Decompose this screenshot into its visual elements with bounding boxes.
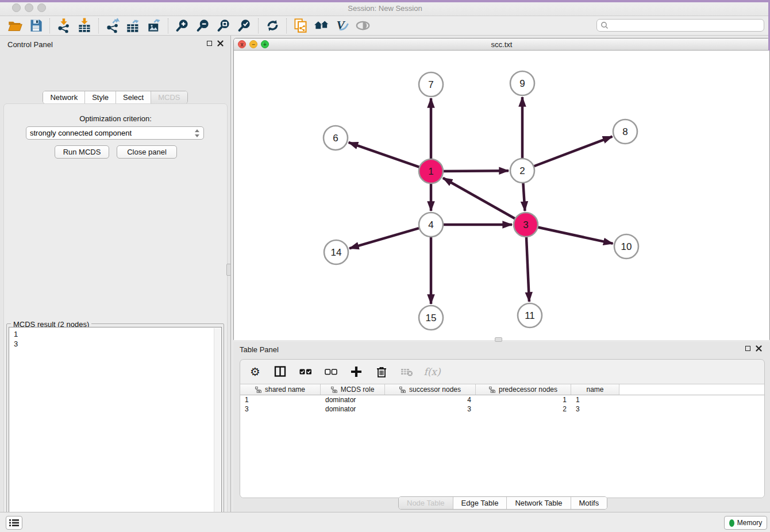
- mcds-result-textarea[interactable]: 13: [9, 327, 222, 532]
- show-column-icon[interactable]: [274, 365, 287, 379]
- first-neighbors-icon[interactable]: [311, 17, 332, 34]
- mcds-result-lines: 13: [9, 327, 221, 349]
- zoom-fit-icon[interactable]: [213, 17, 234, 34]
- table-row[interactable]: 3dominator323: [240, 404, 764, 414]
- status-bar: Memory: [0, 512, 770, 532]
- tab-select[interactable]: Select: [116, 91, 151, 103]
- network-window-titlebar[interactable]: x – + scc.txt: [234, 38, 769, 51]
- unselect-all-columns-icon[interactable]: [324, 365, 338, 379]
- table-tab-network-table[interactable]: Network Table: [507, 497, 571, 509]
- column-header-successor-nodes[interactable]: successor nodes: [385, 384, 476, 395]
- vertical-splitter-handle[interactable]: [226, 264, 231, 276]
- float-panel-icon[interactable]: [207, 41, 212, 46]
- function-builder-icon[interactable]: f(x): [425, 365, 439, 379]
- close-panel-button[interactable]: Close panel: [117, 145, 177, 159]
- table-tab-motifs[interactable]: Motifs: [571, 497, 607, 509]
- toolbar-separator: [98, 18, 99, 33]
- add-column-icon[interactable]: [349, 365, 363, 379]
- apply-style-icon[interactable]: V: [332, 17, 352, 34]
- graph-node-7[interactable]: 7: [419, 72, 443, 97]
- import-table-icon[interactable]: [74, 17, 95, 34]
- svg-text:8: 8: [622, 126, 627, 137]
- delete-column-icon[interactable]: [375, 365, 388, 379]
- tab-mcds[interactable]: MCDS: [151, 91, 187, 103]
- export-network-icon[interactable]: [102, 17, 123, 34]
- graph-node-2[interactable]: 2: [510, 159, 534, 183]
- graph-node-3[interactable]: 3: [514, 213, 538, 237]
- table-row[interactable]: 1dominator411: [240, 395, 764, 404]
- close-panel-icon[interactable]: [217, 40, 224, 47]
- column-edit-icon: [331, 387, 337, 393]
- open-session-icon[interactable]: [5, 17, 25, 34]
- table-tab-edge-table[interactable]: Edge Table: [453, 497, 507, 509]
- save-session-icon[interactable]: [25, 17, 46, 34]
- column-header-name[interactable]: name: [571, 384, 619, 395]
- criterion-dropdown[interactable]: strongly connected component: [26, 126, 204, 140]
- column-header-predecessor-nodes[interactable]: predecessor nodes: [476, 384, 571, 395]
- graph-node-10[interactable]: 10: [614, 234, 638, 259]
- mcds-result-node: 1: [14, 329, 221, 339]
- table-cell[interactable]: 1: [476, 395, 571, 404]
- column-header-MCDS-role[interactable]: MCDS role: [321, 384, 385, 395]
- column-edit-icon: [255, 387, 261, 393]
- task-history-button[interactable]: [6, 516, 22, 530]
- svg-text:9: 9: [519, 78, 525, 89]
- table-float-panel-icon[interactable]: [745, 346, 750, 351]
- svg-text:4: 4: [428, 219, 433, 230]
- graph-node-9[interactable]: 9: [510, 71, 534, 95]
- table-cell[interactable]: 2: [476, 404, 571, 414]
- graph-node-4[interactable]: 4: [419, 213, 443, 237]
- tab-network[interactable]: Network: [43, 91, 85, 103]
- table-cell[interactable]: 3: [385, 404, 476, 414]
- run-mcds-button[interactable]: Run MCDS: [55, 145, 109, 159]
- show-hide-icon[interactable]: [352, 17, 373, 34]
- search-input[interactable]: [609, 21, 760, 29]
- table-body: 1dominator4113dominator323: [240, 395, 764, 414]
- zoom-out-icon[interactable]: [192, 17, 213, 34]
- graph-edge-1-2[interactable]: [442, 171, 509, 171]
- zoom-selected-icon[interactable]: [234, 17, 255, 34]
- graph-node-15[interactable]: 15: [419, 306, 443, 330]
- graph-edge-4-14[interactable]: [349, 228, 421, 248]
- tab-style[interactable]: Style: [85, 91, 116, 103]
- export-table-icon[interactable]: [123, 17, 144, 34]
- search-box[interactable]: [596, 19, 764, 32]
- refresh-layout-icon[interactable]: [262, 17, 283, 34]
- horizontal-splitter-handle[interactable]: [495, 337, 502, 342]
- graph-node-14[interactable]: 14: [324, 240, 348, 264]
- network-canvas[interactable]: 1234678910111415: [234, 51, 769, 340]
- graph-edge-2-8[interactable]: [533, 137, 613, 167]
- table-cell[interactable]: 3: [571, 404, 619, 414]
- graph-node-11[interactable]: 11: [518, 303, 542, 327]
- clone-network-icon[interactable]: [290, 17, 311, 34]
- zoom-in-icon[interactable]: [172, 17, 192, 34]
- import-network-icon[interactable]: [53, 17, 74, 34]
- table-tab-node-table[interactable]: Node Table: [399, 497, 453, 509]
- export-image-icon[interactable]: [144, 17, 164, 34]
- graph-edge-3-1[interactable]: [443, 178, 517, 219]
- node-table[interactable]: shared nameMCDS rolesuccessor nodesprede…: [240, 384, 764, 498]
- table-cell[interactable]: 1: [571, 395, 619, 404]
- column-header-label: name: [586, 385, 603, 394]
- graph-edge-3-10[interactable]: [537, 227, 613, 244]
- select-all-columns-icon[interactable]: [299, 365, 313, 379]
- result-scrollbar[interactable]: [214, 328, 221, 532]
- graph-edge-3-11[interactable]: [526, 236, 529, 302]
- column-header-shared-name[interactable]: shared name: [240, 384, 321, 395]
- memory-button[interactable]: Memory: [724, 516, 767, 530]
- table-cell[interactable]: 3: [240, 404, 321, 414]
- graph-node-1[interactable]: 1: [419, 159, 443, 183]
- graph-edge-1-6[interactable]: [349, 142, 421, 168]
- graph-node-6[interactable]: 6: [324, 126, 348, 150]
- graph-node-8[interactable]: 8: [613, 119, 637, 144]
- optimization-criterion-label: Optimization criterion:: [4, 114, 227, 123]
- table-cell[interactable]: 1: [240, 395, 321, 404]
- table-cell[interactable]: 4: [385, 395, 476, 404]
- table-cell[interactable]: dominator: [321, 395, 385, 404]
- table-cell[interactable]: dominator: [321, 404, 385, 414]
- graph-edge-2-3[interactable]: [523, 182, 525, 211]
- table-settings-icon[interactable]: ⚙: [248, 365, 262, 379]
- table-close-panel-icon[interactable]: [756, 345, 762, 352]
- delete-table-icon[interactable]: [400, 365, 414, 379]
- svg-text:2: 2: [519, 165, 525, 176]
